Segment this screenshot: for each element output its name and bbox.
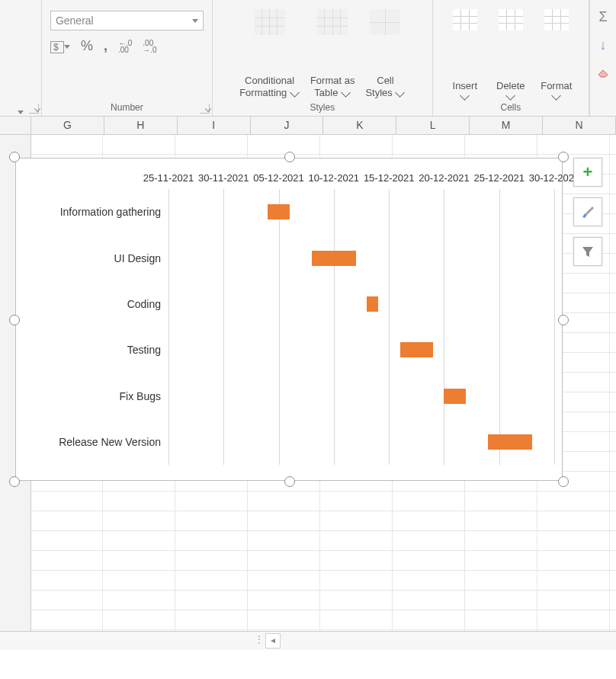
chart-bar[interactable] (488, 434, 532, 450)
chart-elements-button[interactable]: + (573, 158, 602, 187)
select-all-corner[interactable] (0, 117, 31, 134)
conditional-formatting-icon (255, 9, 285, 35)
chart-category-label: Release New Version (59, 436, 161, 448)
chart-category-label: Coding (127, 298, 161, 310)
number-group-label: Number (111, 102, 143, 113)
chart-x-tick-label: 15-12-2021 (364, 172, 415, 184)
percent-format-button[interactable]: % (81, 38, 93, 54)
chart-x-tick-label: 30-11-2021 (198, 172, 249, 184)
chart-category-label: UI Design (114, 252, 161, 264)
ribbon-overflow-caret[interactable] (18, 110, 24, 114)
cell-styles-button[interactable]: Cell Styles (362, 3, 408, 99)
chart-category-label: Information gathering (60, 206, 161, 218)
clear-icon[interactable] (596, 66, 610, 83)
resize-handle[interactable] (9, 476, 20, 487)
format-as-table-icon (317, 9, 348, 35)
chart-gridline (389, 189, 390, 465)
resize-handle[interactable] (284, 476, 295, 487)
resize-handle[interactable] (558, 152, 569, 162)
funnel-icon (580, 244, 595, 259)
format-cells-icon (544, 9, 569, 30)
format-as-table-button[interactable]: Format as Table (307, 3, 358, 99)
number-format-value: General (56, 14, 94, 27)
insert-cells-icon (453, 9, 477, 30)
brush-icon (580, 204, 595, 219)
column-header[interactable]: N (543, 117, 616, 134)
chart-gridline (168, 189, 169, 465)
column-header[interactable]: K (323, 117, 396, 134)
chart-x-tick-label: 10-12-2021 (309, 172, 360, 184)
column-header[interactable]: H (104, 117, 178, 134)
worksheet[interactable]: G H I J K L M N 25-11-202130-11-202105-1… (0, 117, 616, 650)
cell-styles-icon (370, 9, 400, 35)
chart-gridline (279, 189, 280, 465)
chart-x-tick-label: 25-11-2021 (143, 172, 194, 184)
cells-group: Insert Delete Format Cells (433, 0, 590, 116)
delete-cells-button[interactable]: Delete (490, 3, 531, 99)
plus-icon: + (583, 162, 593, 182)
chart-styles-button[interactable] (573, 197, 602, 226)
caret-down-icon (192, 19, 198, 23)
chart-gridline (499, 189, 500, 465)
decrease-decimal-button[interactable]: .00 →.0 (143, 40, 156, 53)
styles-group: Conditional Formatting Format as Table C… (213, 0, 432, 116)
column-header[interactable]: I (178, 117, 251, 134)
chevron-down-icon (551, 91, 561, 101)
column-header[interactable]: L (396, 117, 470, 134)
resize-handle[interactable] (284, 152, 295, 162)
conditional-formatting-button[interactable]: Conditional Formatting (236, 3, 303, 99)
cells-group-label: Cells (500, 102, 521, 113)
column-header[interactable]: G (31, 117, 104, 134)
chevron-down-icon (505, 91, 515, 101)
editing-group-partial: Σ ↓ (589, 0, 616, 116)
currency-format-button[interactable]: $ (50, 38, 70, 54)
chevron-down-icon (290, 88, 300, 98)
sheet-tab-bar[interactable]: ⋮ ◂ (0, 631, 616, 650)
chart-filter-button[interactable] (573, 237, 602, 266)
chart-side-buttons: + (573, 158, 602, 266)
format-cells-button[interactable]: Format (536, 3, 577, 99)
chevron-down-icon (460, 91, 470, 101)
chart-gridline (554, 189, 555, 465)
chart-bar[interactable] (268, 204, 290, 219)
chart-gridline (223, 189, 224, 465)
chevron-down-icon (396, 88, 406, 98)
resize-handle[interactable] (9, 315, 20, 325)
resize-handle[interactable] (558, 315, 569, 325)
chart-bar[interactable] (400, 342, 433, 357)
autosum-icon[interactable]: Σ (598, 9, 607, 25)
cell-grid[interactable]: 25-11-202130-11-202105-12-202110-12-2021… (0, 135, 616, 638)
ribbon: General $ % , ←.0 .00 .00 →.0 (0, 0, 616, 117)
chart-x-tick-label: 30-12-2021 (529, 172, 580, 184)
chart-x-tick-label: 05-12-2021 (253, 172, 304, 184)
resize-handle[interactable] (558, 476, 569, 487)
chart-x-tick-label: 20-12-2021 (419, 172, 470, 184)
number-dialog-launcher[interactable] (200, 104, 210, 114)
insert-cells-button[interactable]: Insert (444, 3, 486, 99)
resize-handle[interactable] (9, 152, 20, 162)
ribbon-overflow-group (0, 0, 42, 116)
chart-plot-area[interactable]: 25-11-202130-11-202105-12-202110-12-2021… (15, 158, 563, 481)
chart-bar[interactable] (367, 296, 377, 312)
chart-bar[interactable] (312, 251, 356, 266)
embedded-chart[interactable]: 25-11-202130-11-202105-12-202110-12-2021… (9, 152, 569, 487)
column-header[interactable]: J (251, 117, 324, 134)
delete-cells-icon (499, 9, 523, 30)
fill-icon[interactable]: ↓ (600, 37, 607, 53)
chart-gridline (334, 189, 335, 465)
chart-gridline (444, 189, 444, 465)
tab-splitter-icon[interactable]: ⋮ (255, 634, 265, 645)
chart-x-tick-label: 25-12-2021 (473, 172, 525, 184)
chevron-down-icon (341, 88, 351, 98)
chart-bar[interactable] (444, 389, 466, 404)
number-format-dropdown[interactable]: General (50, 11, 204, 30)
chart-category-label: Fix Bugs (120, 390, 161, 402)
number-group: General $ % , ←.0 .00 .00 →.0 (42, 0, 213, 116)
styles-group-label: Styles (310, 102, 335, 113)
tab-scroll-left-button[interactable]: ◂ (265, 633, 281, 649)
dialog-launcher-icon[interactable] (29, 104, 39, 114)
chart-category-label: Testing (127, 344, 161, 356)
comma-style-button[interactable]: , (104, 38, 107, 54)
increase-decimal-button[interactable]: ←.0 .00 (118, 40, 132, 53)
column-header[interactable]: M (470, 117, 543, 134)
